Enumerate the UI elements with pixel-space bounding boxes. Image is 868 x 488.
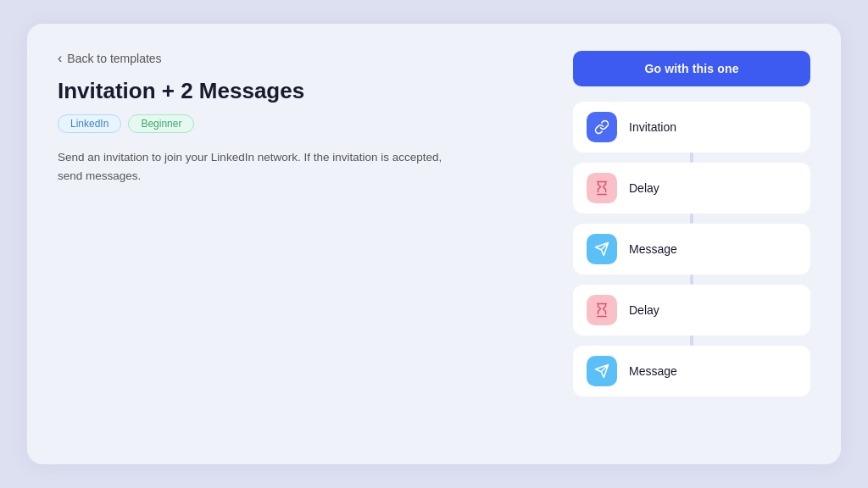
link-icon xyxy=(594,119,609,135)
back-to-templates-link[interactable]: ‹ Back to templates xyxy=(58,51,539,66)
invitation-label: Invitation xyxy=(629,120,676,134)
connector-3 xyxy=(690,274,693,285)
delay-label-1: Delay xyxy=(629,181,659,195)
left-panel: ‹ Back to templates Invitation + 2 Messa… xyxy=(58,51,539,437)
chevron-left-icon: ‹ xyxy=(58,51,62,66)
send-icon-2 xyxy=(594,363,609,379)
message-label-2: Message xyxy=(629,364,677,378)
delay-icon-bg-2 xyxy=(587,295,617,325)
connector-2 xyxy=(690,214,693,224)
step-message-1: Message xyxy=(573,224,810,274)
message-icon-bg-2 xyxy=(587,356,617,386)
back-link-label: Back to templates xyxy=(67,52,161,65)
hourglass-icon-2 xyxy=(594,302,609,318)
step-message-2: Message xyxy=(573,346,810,396)
go-with-this-button[interactable]: Go with this one xyxy=(573,51,810,86)
send-icon-1 xyxy=(594,241,609,257)
template-detail-card: ‹ Back to templates Invitation + 2 Messa… xyxy=(27,24,841,464)
message-label-1: Message xyxy=(629,242,677,256)
connector-4 xyxy=(690,336,693,346)
step-delay-1: Delay xyxy=(573,163,810,214)
invitation-icon-bg xyxy=(587,112,617,142)
description-text: Send an invitation to join your LinkedIn… xyxy=(58,148,465,185)
connector-1 xyxy=(690,152,693,163)
right-panel: Go with this one Invitation xyxy=(573,51,810,437)
hourglass-icon-1 xyxy=(594,180,609,196)
tag-linkedin: LinkedIn xyxy=(58,114,121,133)
step-invitation: Invitation xyxy=(573,102,810,152)
message-icon-bg-1 xyxy=(587,234,617,264)
delay-icon-bg-1 xyxy=(587,173,617,203)
tag-list: LinkedIn Beginner xyxy=(58,114,539,133)
page-title: Invitation + 2 Messages xyxy=(58,78,539,104)
tag-beginner: Beginner xyxy=(128,114,194,133)
delay-label-2: Delay xyxy=(629,303,659,317)
step-delay-2: Delay xyxy=(573,285,810,336)
step-list: Invitation Delay M xyxy=(573,102,810,396)
